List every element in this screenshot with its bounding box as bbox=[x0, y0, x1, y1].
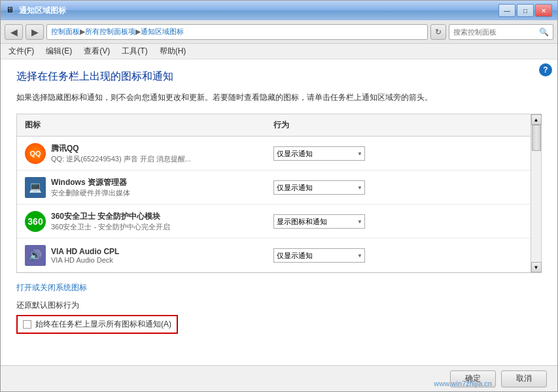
behavior-select-wrapper-360: 显示图标和通知 仅显示通知 隐藏图标和通知 bbox=[273, 214, 365, 229]
help-icon[interactable]: ? bbox=[539, 63, 552, 76]
show-all-icons-label: 始终在任务栏上显示所有图标和通知(A) bbox=[35, 319, 171, 330]
search-box: 🔍 bbox=[449, 24, 553, 40]
app-icon-cell-explorer: 💻 Windows 资源管理器 安全删除硬件并弹出媒体 bbox=[20, 177, 268, 198]
maximize-button[interactable]: □ bbox=[517, 4, 534, 17]
restore-section: 还原默认图标行为 始终在任务栏上显示所有图标和通知(A) bbox=[16, 300, 542, 334]
window-icon: 🖥 bbox=[6, 5, 16, 16]
close-button[interactable]: ✕ bbox=[535, 4, 552, 17]
cancel-button[interactable]: 取消 bbox=[501, 370, 547, 387]
checkbox-area[interactable]: 始终在任务栏上显示所有图标和通知(A) bbox=[16, 315, 178, 334]
page-title: 选择在任务栏上出现的图标和通知 bbox=[16, 70, 542, 84]
app-name-qq: 腾讯QQ bbox=[51, 143, 191, 154]
app-icon-cell-qq: QQ 腾讯QQ QQ: 逆风(652249543) 声音 开启 消息提醒... bbox=[20, 143, 268, 164]
app-name-via: VIA HD Audio CPL bbox=[51, 247, 119, 256]
behavior-select-qq[interactable]: 仅显示通知 显示图标和通知 隐藏图标和通知 bbox=[273, 146, 365, 161]
minimize-button[interactable]: — bbox=[498, 4, 515, 17]
behavior-cell-via: 仅显示通知 显示图标和通知 隐藏图标和通知 bbox=[268, 248, 538, 263]
app-icon-cell-360: 360 360安全卫士 安全防护中心模块 360安全卫士 - 安全防护中心完全开… bbox=[20, 211, 268, 232]
scroll-track bbox=[531, 125, 541, 262]
show-all-icons-checkbox[interactable] bbox=[23, 320, 31, 329]
app-info-360: 360安全卫士 安全防护中心模块 360安全卫士 - 安全防护中心完全开启 bbox=[51, 211, 170, 232]
menu-tools[interactable]: 工具(T) bbox=[116, 44, 152, 58]
app-icon-qq: QQ bbox=[25, 143, 46, 164]
app-desc-qq: QQ: 逆风(652249543) 声音 开启 消息提醒... bbox=[51, 154, 191, 164]
menu-help[interactable]: 帮助(H) bbox=[154, 44, 192, 58]
open-close-sysicons-link[interactable]: 打开或关闭系统图标 bbox=[16, 282, 542, 293]
address-sep1: ▶ bbox=[80, 27, 85, 36]
behavior-cell-explorer: 仅显示通知 显示图标和通知 隐藏图标和通知 bbox=[268, 180, 538, 195]
app-desc-via: VIA HD Audio Deck bbox=[51, 256, 119, 264]
address-box: 控制面板 ▶ 所有控制面板项 ▶ 通知区域图标 bbox=[46, 24, 428, 40]
app-icon-explorer: 💻 bbox=[25, 177, 46, 198]
address-sep2: ▶ bbox=[135, 27, 141, 36]
app-info-qq: 腾讯QQ QQ: 逆风(652249543) 声音 开启 消息提醒... bbox=[51, 143, 191, 164]
notification-table: 图标 行为 QQ 腾讯QQ QQ: 逆风(652249543) 声音 开启 消息… bbox=[16, 114, 542, 273]
col-header-behavior: 行为 bbox=[266, 117, 541, 133]
table-row: 💻 Windows 资源管理器 安全删除硬件并弹出媒体 仅显示通知 显示图标和通… bbox=[17, 171, 541, 204]
address-controlpanel[interactable]: 控制面板 bbox=[51, 27, 80, 37]
app-icon-360: 360 bbox=[25, 211, 46, 232]
table-row: 🔊 VIA HD Audio CPL VIA HD Audio Deck 仅显示… bbox=[17, 238, 541, 272]
menu-edit[interactable]: 编辑(E) bbox=[41, 44, 77, 58]
scroll-down-button[interactable]: ▼ bbox=[531, 262, 542, 272]
main-content: ? 选择在任务栏上出现的图标和通知 如果选择隐藏图标和通知，则不会向您通知更改和… bbox=[1, 59, 557, 365]
menubar: 文件(F) 编辑(E) 查看(V) 工具(T) 帮助(H) bbox=[1, 44, 557, 59]
app-name-explorer: Windows 资源管理器 bbox=[51, 177, 130, 188]
col-header-icon: 图标 bbox=[17, 117, 266, 133]
table-row: QQ 腾讯QQ QQ: 逆风(652249543) 声音 开启 消息提醒... … bbox=[17, 137, 541, 171]
behavior-select-via[interactable]: 仅显示通知 显示图标和通知 隐藏图标和通知 bbox=[273, 248, 365, 263]
behavior-select-wrapper-explorer: 仅显示通知 显示图标和通知 隐藏图标和通知 bbox=[273, 180, 365, 195]
refresh-button[interactable]: ↻ bbox=[430, 24, 446, 40]
address-allpanels[interactable]: 所有控制面板项 bbox=[85, 27, 135, 37]
table-header: 图标 行为 bbox=[17, 114, 541, 137]
behavior-select-wrapper-qq: 仅显示通知 显示图标和通知 隐藏图标和通知 bbox=[273, 146, 365, 161]
behavior-select-wrapper-via: 仅显示通知 显示图标和通知 隐藏图标和通知 bbox=[273, 248, 365, 263]
behavior-select-360[interactable]: 显示图标和通知 仅显示通知 隐藏图标和通知 bbox=[273, 214, 365, 229]
forward-button[interactable]: ▶ bbox=[26, 24, 44, 40]
menu-file[interactable]: 文件(F) bbox=[3, 44, 39, 58]
table-scrollbar: ▲ ▼ bbox=[531, 114, 541, 272]
app-icon-cell-via: 🔊 VIA HD Audio CPL VIA HD Audio Deck bbox=[20, 245, 268, 266]
footer: 确定 取消 www.win7zhijia.cn bbox=[1, 365, 557, 391]
app-icon-via: 🔊 bbox=[25, 245, 46, 266]
watermark: www.win7zhijia.cn bbox=[434, 380, 492, 387]
app-info-explorer: Windows 资源管理器 安全删除硬件并弹出媒体 bbox=[51, 177, 130, 198]
app-name-360: 360安全卫士 安全防护中心模块 bbox=[51, 211, 170, 222]
app-desc-360: 360安全卫士 - 安全防护中心完全开启 bbox=[51, 222, 170, 232]
search-input[interactable] bbox=[453, 28, 539, 36]
back-button[interactable]: ◀ bbox=[5, 24, 23, 40]
restore-label: 还原默认图标行为 bbox=[16, 300, 542, 311]
addressbar: ◀ ▶ 控制面板 ▶ 所有控制面板项 ▶ 通知区域图标 ↻ 🔍 bbox=[1, 20, 557, 44]
app-info-via: VIA HD Audio CPL VIA HD Audio Deck bbox=[51, 247, 119, 264]
titlebar-buttons: — □ ✕ bbox=[498, 4, 552, 17]
window: 🖥 通知区域图标 — □ ✕ ◀ ▶ 控制面板 ▶ 所有控制面板项 ▶ 通知区域… bbox=[0, 0, 558, 392]
titlebar: 🖥 通知区域图标 — □ ✕ bbox=[1, 1, 557, 20]
behavior-select-explorer[interactable]: 仅显示通知 显示图标和通知 隐藏图标和通知 bbox=[273, 180, 365, 195]
address-notifyicons[interactable]: 通知区域图标 bbox=[141, 27, 184, 37]
menu-view[interactable]: 查看(V) bbox=[78, 44, 115, 58]
search-icon: 🔍 bbox=[539, 27, 549, 37]
page-description: 如果选择隐藏图标和通知，则不会向您通知更改和更新。若要随时查看隐藏的图标，请单击… bbox=[16, 91, 542, 103]
scroll-up-button[interactable]: ▲ bbox=[531, 114, 542, 125]
scroll-thumb[interactable] bbox=[532, 125, 541, 151]
behavior-cell-qq: 仅显示通知 显示图标和通知 隐藏图标和通知 bbox=[268, 146, 538, 161]
behavior-cell-360: 显示图标和通知 仅显示通知 隐藏图标和通知 bbox=[268, 214, 538, 229]
app-desc-explorer: 安全删除硬件并弹出媒体 bbox=[51, 188, 130, 198]
table-row: 360 360安全卫士 安全防护中心模块 360安全卫士 - 安全防护中心完全开… bbox=[17, 204, 541, 238]
window-title: 通知区域图标 bbox=[19, 5, 498, 16]
